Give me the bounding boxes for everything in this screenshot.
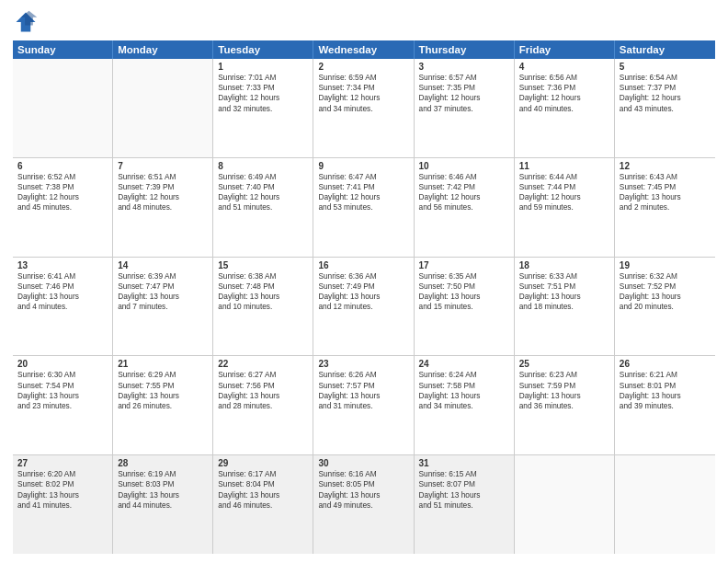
calendar-cell: 26Sunrise: 6:21 AMSunset: 8:01 PMDayligh…: [615, 356, 715, 454]
cell-line: Daylight: 12 hours: [218, 192, 308, 202]
cell-line: Daylight: 13 hours: [318, 292, 408, 302]
calendar-cell: 23Sunrise: 6:26 AMSunset: 7:57 PMDayligh…: [313, 356, 414, 454]
cell-line: Daylight: 12 hours: [620, 93, 711, 103]
cell-line: Sunrise: 6:46 AM: [419, 172, 509, 182]
cell-line: Sunrise: 6:16 AM: [318, 469, 408, 479]
cell-line: and 4 minutes.: [17, 302, 108, 312]
cell-line: Daylight: 13 hours: [519, 391, 609, 401]
day-number: 21: [118, 359, 208, 369]
cell-line: Sunset: 7:57 PM: [318, 381, 408, 391]
cell-line: Daylight: 13 hours: [17, 391, 108, 401]
cell-line: Sunset: 7:49 PM: [318, 282, 408, 292]
cell-line: Sunrise: 6:54 AM: [620, 73, 711, 83]
day-number: 25: [519, 359, 609, 369]
day-number: 1: [218, 62, 308, 72]
day-number: 9: [318, 161, 408, 171]
calendar-row: 20Sunrise: 6:30 AMSunset: 7:54 PMDayligh…: [13, 356, 715, 455]
day-number: 11: [519, 161, 609, 171]
cell-line: and 2 minutes.: [620, 202, 711, 213]
cell-line: and 45 minutes.: [17, 202, 108, 213]
cell-line: Sunrise: 6:35 AM: [419, 271, 509, 282]
cell-line: Daylight: 12 hours: [118, 192, 208, 202]
calendar-cell: 28Sunrise: 6:19 AMSunset: 8:03 PMDayligh…: [113, 455, 213, 554]
cell-line: and 39 minutes.: [620, 401, 711, 411]
calendar-cell: 13Sunrise: 6:41 AMSunset: 7:46 PMDayligh…: [13, 258, 113, 356]
calendar-cell: 22Sunrise: 6:27 AMSunset: 7:56 PMDayligh…: [213, 356, 313, 454]
day-number: 23: [318, 359, 408, 369]
day-number: 10: [419, 161, 509, 171]
cell-line: Sunrise: 6:27 AM: [218, 370, 308, 380]
calendar-cell: 6Sunrise: 6:52 AMSunset: 7:38 PMDaylight…: [13, 158, 113, 257]
cell-line: Sunrise: 6:33 AM: [519, 271, 609, 282]
cell-line: Daylight: 13 hours: [17, 490, 108, 500]
calendar-cell: 1Sunrise: 7:01 AMSunset: 7:33 PMDaylight…: [213, 59, 313, 157]
calendar-cell: 30Sunrise: 6:16 AMSunset: 8:05 PMDayligh…: [313, 455, 414, 554]
cell-line: Sunset: 7:50 PM: [419, 282, 509, 292]
calendar-cell: 17Sunrise: 6:35 AMSunset: 7:50 PMDayligh…: [415, 258, 515, 356]
cell-line: Daylight: 13 hours: [419, 391, 509, 401]
cell-line: Sunrise: 6:24 AM: [419, 370, 509, 380]
calendar-cell: 2Sunrise: 6:59 AMSunset: 7:34 PMDaylight…: [313, 59, 414, 157]
cell-line: Sunset: 7:52 PM: [620, 282, 711, 292]
cell-line: Sunset: 7:34 PM: [318, 83, 408, 93]
cell-line: Sunrise: 6:15 AM: [419, 469, 509, 479]
cell-line: Daylight: 12 hours: [318, 93, 408, 103]
cell-line: Sunrise: 6:30 AM: [17, 370, 108, 380]
calendar-cell: 19Sunrise: 6:32 AMSunset: 7:52 PMDayligh…: [615, 258, 715, 356]
calendar-cell: 4Sunrise: 6:56 AMSunset: 7:36 PMDaylight…: [515, 59, 615, 157]
cell-line: Sunrise: 6:44 AM: [519, 172, 609, 182]
cell-line: and 28 minutes.: [218, 401, 308, 411]
cell-line: Sunset: 7:36 PM: [519, 83, 609, 93]
calendar-cell: 18Sunrise: 6:33 AMSunset: 7:51 PMDayligh…: [515, 258, 615, 356]
cell-line: Sunset: 7:44 PM: [519, 182, 609, 192]
cell-line: and 32 minutes.: [218, 104, 308, 114]
cell-line: and 23 minutes.: [17, 401, 108, 411]
day-number: 6: [17, 161, 108, 171]
cell-line: Daylight: 13 hours: [218, 292, 308, 302]
calendar-cell: 3Sunrise: 6:57 AMSunset: 7:35 PMDaylight…: [415, 59, 515, 157]
day-number: 5: [620, 62, 711, 72]
calendar-cell: 8Sunrise: 6:49 AMSunset: 7:40 PMDaylight…: [213, 158, 313, 257]
calendar-cell: 14Sunrise: 6:39 AMSunset: 7:47 PMDayligh…: [113, 258, 213, 356]
cell-line: and 34 minutes.: [318, 104, 408, 114]
cell-line: and 15 minutes.: [419, 302, 509, 312]
cell-line: Sunrise: 6:26 AM: [318, 370, 408, 380]
day-number: 3: [419, 62, 509, 72]
calendar-row: 13Sunrise: 6:41 AMSunset: 7:46 PMDayligh…: [13, 258, 715, 357]
cell-line: Sunset: 7:51 PM: [519, 282, 609, 292]
calendar-row: 6Sunrise: 6:52 AMSunset: 7:38 PMDaylight…: [13, 158, 715, 258]
cell-line: and 53 minutes.: [318, 202, 408, 213]
cell-line: Sunrise: 6:21 AM: [620, 370, 711, 380]
day-number: 8: [218, 161, 308, 171]
cell-line: Sunrise: 6:36 AM: [318, 271, 408, 282]
cell-line: and 43 minutes.: [620, 104, 711, 114]
day-number: 7: [118, 161, 208, 171]
day-number: 20: [17, 359, 108, 369]
day-number: 19: [620, 260, 711, 270]
calendar-cell: 21Sunrise: 6:29 AMSunset: 7:55 PMDayligh…: [113, 356, 213, 454]
cell-line: Sunset: 7:38 PM: [17, 182, 108, 192]
cell-line: and 12 minutes.: [318, 302, 408, 312]
cell-line: Sunrise: 6:59 AM: [318, 73, 408, 83]
cell-line: Daylight: 13 hours: [419, 292, 509, 302]
cell-line: and 34 minutes.: [419, 401, 509, 411]
calendar-cell: 12Sunrise: 6:43 AMSunset: 7:45 PMDayligh…: [615, 158, 715, 257]
day-number: 24: [419, 359, 509, 369]
cell-line: and 37 minutes.: [419, 104, 509, 114]
cell-line: Sunrise: 6:52 AM: [17, 172, 108, 182]
cell-line: and 40 minutes.: [519, 104, 609, 114]
cell-line: Sunrise: 6:32 AM: [620, 271, 711, 282]
cell-line: and 18 minutes.: [519, 302, 609, 312]
cell-line: Sunset: 8:04 PM: [218, 479, 308, 489]
cell-line: Sunrise: 6:29 AM: [118, 370, 208, 380]
cell-line: and 41 minutes.: [17, 500, 108, 511]
day-number: 27: [17, 458, 108, 468]
day-number: 18: [519, 260, 609, 270]
cell-line: Sunset: 7:42 PM: [419, 182, 509, 192]
cell-line: Sunset: 7:58 PM: [419, 381, 509, 391]
day-number: 29: [218, 458, 308, 468]
weekday-header: Tuesday: [213, 40, 313, 59]
cell-line: Daylight: 13 hours: [620, 391, 711, 401]
cell-line: and 7 minutes.: [118, 302, 208, 312]
cell-line: Sunrise: 6:20 AM: [17, 469, 108, 479]
